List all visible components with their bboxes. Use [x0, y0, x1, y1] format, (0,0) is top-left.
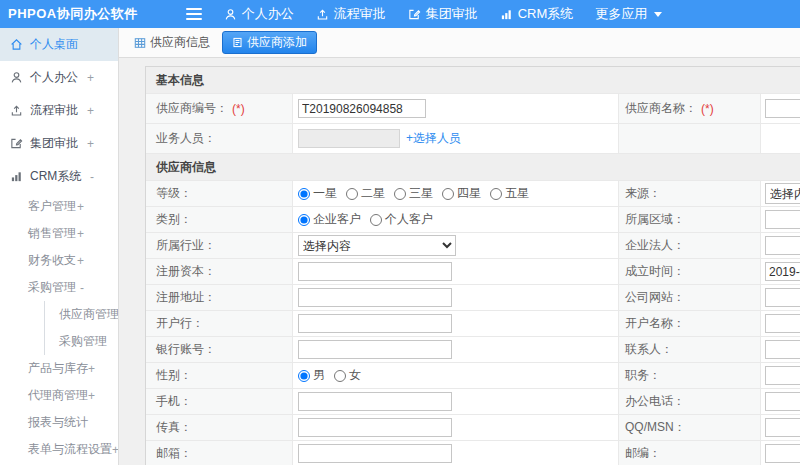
category-radio-personal[interactable]	[370, 214, 382, 226]
sidebar-item-agent-mgmt[interactable]: 代理商管理 +	[0, 382, 118, 409]
fax-input[interactable]	[298, 418, 452, 437]
zipcode-input[interactable]	[765, 444, 800, 463]
home-icon	[10, 38, 23, 51]
industry-label: 所属行业：	[146, 233, 293, 258]
bank-account-label: 银行账号：	[146, 337, 293, 362]
registered-address-label: 注册地址：	[146, 285, 293, 310]
upload-icon	[316, 8, 329, 21]
position-input[interactable]	[765, 366, 800, 385]
form-row: 银行账号： 联系人：	[146, 337, 800, 363]
sidebar-item-supplier-mgmt[interactable]: 供应商管理	[45, 301, 118, 328]
fax-label: 传真：	[146, 415, 293, 440]
choose-person-link[interactable]: +选择人员	[406, 130, 461, 147]
edit-icon	[408, 8, 421, 21]
sidebar-item-product-inventory[interactable]: 产品与库存 +	[0, 355, 118, 382]
section-header-basic: 基本信息	[146, 67, 800, 94]
account-name-label: 开户名称：	[619, 311, 761, 336]
sidebar-item-workflow-approval[interactable]: 流程审批 +	[0, 94, 118, 127]
source-select[interactable]: 选择内容	[765, 183, 800, 204]
form-row: 注册资本： 成立时间：	[146, 259, 800, 285]
grade-radio-3star[interactable]	[394, 188, 406, 200]
upload-icon	[10, 104, 23, 117]
tab-supplier-add[interactable]: 供应商添加	[222, 31, 317, 54]
legal-person-input[interactable]	[765, 236, 800, 255]
sidebar-item-form-workflow-settings[interactable]: 表单与流程设置 +	[0, 436, 118, 463]
nav-group-approval[interactable]: 集团审批	[408, 5, 478, 23]
sidebar-item-reports-statistics[interactable]: 报表与统计	[0, 409, 118, 436]
sidebar-item-customer-mgmt[interactable]: 客户管理 +	[0, 193, 118, 220]
top-navigation: 个人办公 流程审批 集团审批 CRM系统 更多应用	[224, 5, 685, 23]
form-row: 传真： QQ/MSN：	[146, 415, 800, 441]
nav-personal-office[interactable]: 个人办公	[224, 5, 294, 23]
grade-radio-2star[interactable]	[346, 188, 358, 200]
form-row: 所属行业： 选择内容 企业法人：	[146, 233, 800, 259]
category-label: 类别：	[146, 207, 293, 232]
form-row: 手机： 办公电话：	[146, 389, 800, 415]
source-label: 来源：	[619, 181, 761, 206]
grade-radio-5star[interactable]	[490, 188, 502, 200]
topbar: PHPOA协同办公软件 个人办公 流程审批 集团审批 CRM系统 更多应用	[0, 0, 800, 28]
category-radio-group: 企业客户 个人客户	[298, 211, 442, 228]
office-phone-label: 办公电话：	[619, 389, 761, 414]
supplier-name-label: 供应商名称：(*)	[619, 94, 761, 123]
category-radio-enterprise[interactable]	[298, 214, 310, 226]
region-label: 所属区域：	[619, 207, 761, 232]
sidebar-item-purchase-mgmt-sub[interactable]: 采购管理	[45, 328, 118, 355]
form-row: 供应商编号：(*) 供应商名称：(*)	[146, 94, 800, 124]
form-row: 注册地址： 公司网站：	[146, 285, 800, 311]
gender-radio-male[interactable]	[298, 370, 310, 382]
form-row: 类别： 企业客户 个人客户 所属区域：	[146, 207, 800, 233]
sidebar-item-personal-office[interactable]: 个人办公 +	[0, 61, 118, 94]
mobile-input[interactable]	[298, 392, 452, 411]
sidebar-item-group-approval[interactable]: 集团审批 +	[0, 127, 118, 160]
sidebar-item-finance[interactable]: 财务收支 +	[0, 247, 118, 274]
empty-label-cell	[619, 124, 761, 153]
content-area: 供应商信息 供应商添加 基本信息 供应商编号：(*) 供应商名称：(*)	[119, 28, 800, 465]
email-input[interactable]	[298, 444, 452, 463]
registered-address-input[interactable]	[298, 288, 452, 307]
caret-down-icon	[654, 12, 662, 17]
sidebar: 个人桌面 个人办公 + 流程审批 + 集团审批 + CRM系统 - 客户管理 +	[0, 28, 119, 465]
sales-person-label: 业务人员：	[146, 124, 293, 153]
grade-radio-4star[interactable]	[442, 188, 454, 200]
chart-icon	[500, 8, 513, 21]
website-input[interactable]	[765, 288, 800, 307]
registered-capital-label: 注册资本：	[146, 259, 293, 284]
nav-more-apps[interactable]: 更多应用	[595, 5, 662, 23]
empty-field-cell	[761, 124, 800, 153]
tab-supplier-info[interactable]: 供应商信息	[134, 34, 210, 51]
email-label: 邮箱：	[146, 441, 293, 465]
sidebar-item-purchase-mgmt[interactable]: 采购管理 -	[0, 274, 118, 301]
tab-bar: 供应商信息 供应商添加	[119, 28, 800, 58]
purchase-subtree: 供应商管理 采购管理	[44, 301, 118, 355]
region-input[interactable]	[765, 210, 800, 229]
office-phone-input[interactable]	[765, 392, 800, 411]
contact-input[interactable]	[765, 340, 800, 359]
sales-person-input[interactable]	[298, 129, 400, 148]
bank-account-input[interactable]	[298, 340, 452, 359]
founded-time-input[interactable]	[765, 262, 800, 281]
hamburger-menu-icon[interactable]	[186, 8, 202, 20]
sidebar-item-personal-desktop[interactable]: 个人桌面	[0, 28, 118, 61]
nav-workflow-approval[interactable]: 流程审批	[316, 5, 386, 23]
bank-input[interactable]	[298, 314, 452, 333]
supplier-code-input[interactable]	[298, 99, 426, 118]
supplier-name-input[interactable]	[765, 99, 800, 118]
nav-crm-system[interactable]: CRM系统	[500, 5, 574, 23]
gender-radio-female[interactable]	[334, 370, 346, 382]
qq-msn-input[interactable]	[765, 418, 800, 437]
registered-capital-input[interactable]	[298, 262, 452, 281]
sidebar-item-crm-system[interactable]: CRM系统 -	[0, 160, 118, 193]
industry-select[interactable]: 选择内容	[298, 235, 456, 256]
grade-label: 等级：	[146, 181, 293, 206]
founded-time-label: 成立时间：	[619, 259, 761, 284]
sidebar-item-sales-mgmt[interactable]: 销售管理 +	[0, 220, 118, 247]
form-row: 邮箱： 邮编：	[146, 441, 800, 465]
section-header-supplier: 供应商信息	[146, 154, 800, 181]
qq-msn-label: QQ/MSN：	[619, 415, 761, 440]
chart-icon	[10, 170, 23, 183]
gender-label: 性别：	[146, 363, 293, 388]
account-name-input[interactable]	[765, 314, 800, 333]
grade-radio-1star[interactable]	[298, 188, 310, 200]
mobile-label: 手机：	[146, 389, 293, 414]
